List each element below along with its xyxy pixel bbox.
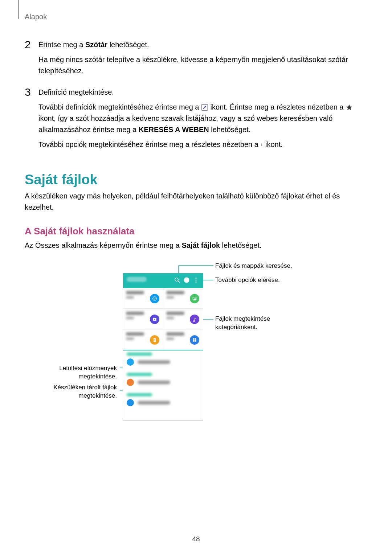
search-icon[interactable] — [174, 277, 180, 283]
category-cell[interactable] — [163, 329, 203, 350]
svg-rect-31 — [193, 340, 194, 342]
svg-rect-27 — [154, 340, 155, 340]
page-header: Alapok — [25, 13, 367, 21]
phone-list-section — [123, 371, 203, 391]
callout-more: További opciók elérése. — [215, 276, 280, 284]
star-icon — [346, 104, 353, 111]
svg-point-18 — [196, 278, 197, 279]
svg-rect-30 — [195, 338, 196, 340]
category-cell[interactable] — [123, 288, 163, 308]
svg-point-1 — [262, 143, 262, 144]
phone-app-bar — [123, 273, 203, 288]
svg-rect-32 — [195, 340, 196, 342]
apps-category-icon — [190, 335, 199, 345]
svg-point-3 — [262, 145, 262, 146]
svg-point-19 — [196, 280, 197, 281]
image-category-icon — [190, 294, 199, 303]
svg-rect-29 — [193, 338, 194, 340]
phone-app-title — [127, 277, 147, 282]
section-title: Saját fájlok — [25, 172, 367, 188]
svg-point-15 — [175, 278, 178, 281]
step-number: 3 — [25, 87, 36, 98]
svg-point-20 — [196, 282, 197, 283]
my-files-figure: Fájlok és mappák keresése. További opció… — [25, 262, 366, 425]
svg-rect-28 — [154, 341, 155, 341]
step-number: 2 — [25, 39, 36, 50]
section-body: A készüléken vagy más helyeken, például … — [25, 190, 367, 213]
video-category-icon — [150, 315, 159, 324]
more-icon[interactable] — [193, 277, 199, 283]
header-accent-line — [18, 0, 19, 19]
music-category-icon — [190, 315, 199, 324]
doc-category-icon — [150, 335, 159, 345]
svg-marker-23 — [193, 298, 196, 300]
category-cell[interactable] — [163, 309, 203, 329]
step: 2Érintse meg a Szótár lehetőséget.Ha még… — [25, 39, 367, 80]
category-cell[interactable] — [123, 329, 163, 350]
callout-category: Fájlok megtekintése kategóriánként. — [215, 315, 270, 332]
step-body: Definíció megtekintése.További definíció… — [38, 87, 367, 154]
category-cell[interactable] — [163, 288, 203, 308]
step: 3Definíció megtekintése.További definíci… — [25, 87, 367, 154]
callout-device: Készüléken tárolt fájlok megtekintése. — [53, 383, 117, 400]
page-number: 48 — [0, 535, 392, 543]
list-item-icon — [127, 379, 134, 386]
svg-rect-26 — [154, 339, 155, 340]
svg-line-16 — [178, 281, 180, 283]
phone-list-item[interactable] — [127, 399, 199, 406]
svg-point-2 — [262, 144, 262, 145]
list-item-icon — [127, 358, 134, 366]
step-body: Érintse meg a Szótár lehetőséget.Ha még … — [38, 39, 367, 80]
category-cell[interactable] — [123, 309, 163, 329]
phone-list-item[interactable] — [127, 358, 199, 366]
phone-screenshot — [123, 273, 203, 420]
subsection-body: Az Összes alkalmazás képernyőn érintse m… — [25, 240, 367, 251]
callout-search: Fájlok és mappák keresése. — [215, 262, 292, 270]
svg-point-21 — [152, 297, 156, 301]
check-category-icon — [150, 294, 159, 303]
phone-list-item[interactable] — [127, 379, 199, 386]
phone-category-grid — [123, 288, 203, 350]
phone-list-section — [123, 391, 203, 411]
phone-list-section — [123, 350, 203, 371]
phone-list — [123, 350, 203, 411]
expand-icon — [201, 104, 208, 111]
subsection-title: A Saját fájlok használata — [25, 226, 367, 237]
storage-icon[interactable] — [183, 277, 190, 283]
list-item-icon — [127, 399, 134, 406]
callout-download: Letöltési előzmények megtekintése. — [25, 364, 117, 381]
